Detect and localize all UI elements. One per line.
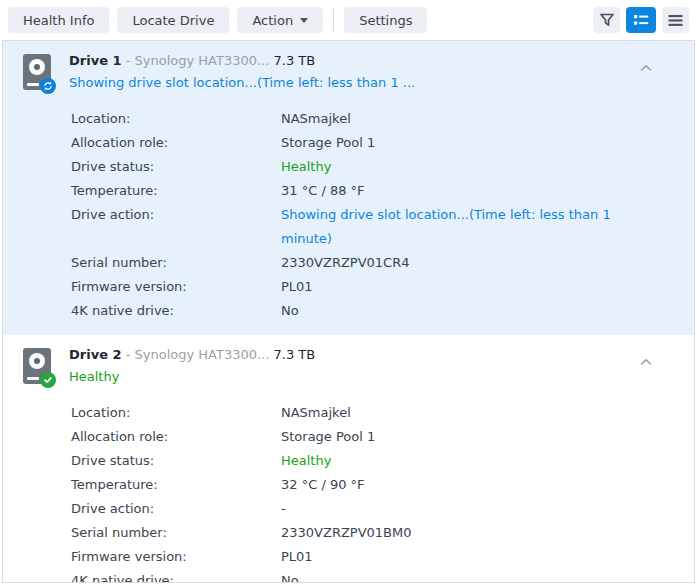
hard-drive-icon	[23, 54, 51, 91]
action-menu-button[interactable]: Action	[237, 7, 323, 33]
detail-value: NASmajkel	[281, 401, 351, 425]
detail-value: 31 °C / 88 °F	[281, 179, 365, 203]
filter-button[interactable]	[593, 7, 620, 33]
toolbar: Health Info Locate Drive Action Settings	[0, 0, 697, 40]
detail-value: 2330VZRZPV01BM0	[281, 521, 412, 545]
detail-row: Temperature:32 °C / 90 °F	[71, 473, 678, 497]
detail-row: Drive status:Healthy	[71, 155, 678, 179]
drive-model: - Synology HAT3300...	[126, 53, 270, 68]
detail-label: Location:	[71, 107, 281, 131]
toolbar-right-group	[593, 7, 689, 33]
detail-value: PL01	[281, 545, 313, 569]
list-view-icon	[633, 13, 649, 27]
detail-row: Allocation role:Storage Pool 1	[71, 131, 678, 155]
drive-size: 7.3 TB	[274, 347, 316, 362]
detail-label: Serial number:	[71, 521, 281, 545]
health-info-label: Health Info	[23, 13, 94, 28]
detail-row: Location:NASmajkel	[71, 401, 678, 425]
action-label: Action	[252, 13, 293, 28]
detail-label: Drive status:	[71, 449, 281, 473]
detail-label: Drive action:	[71, 497, 281, 521]
drive-header: Drive 1 - Synology HAT3300... 7.3 TB Sho…	[23, 51, 678, 93]
drive-status-line: Healthy	[69, 366, 640, 387]
detail-value: Healthy	[281, 155, 331, 179]
detail-value: -	[281, 497, 286, 521]
detail-row: Drive action:Showing drive slot location…	[71, 203, 678, 251]
settings-label: Settings	[359, 13, 412, 28]
locate-drive-label: Locate Drive	[132, 13, 214, 28]
detail-value: Storage Pool 1	[281, 131, 375, 155]
detail-value: 32 °C / 90 °F	[281, 473, 365, 497]
detail-label: 4K native drive:	[71, 569, 281, 583]
detail-label: Serial number:	[71, 251, 281, 275]
drive-details: Location:NASmajkelAllocation role:Storag…	[71, 107, 678, 323]
detail-label: Firmware version:	[71, 545, 281, 569]
drive-details: Location:NASmajkelAllocation role:Storag…	[71, 401, 678, 583]
detail-row: Serial number:2330VZRZPV01BM0	[71, 521, 678, 545]
detail-label: Location:	[71, 401, 281, 425]
drive-name: Drive 1	[69, 53, 122, 68]
detail-label: Allocation role:	[71, 131, 281, 155]
detail-value: No	[281, 299, 299, 323]
collapse-chevron-icon[interactable]	[640, 60, 652, 75]
detail-row: 4K native drive:No	[71, 299, 678, 323]
drive-titles: Drive 1 - Synology HAT3300... 7.3 TB Sho…	[69, 51, 640, 93]
detail-label: 4K native drive:	[71, 299, 281, 323]
detail-row: 4K native drive:No	[71, 569, 678, 583]
detail-row: Serial number:2330VZRZPV01CR4	[71, 251, 678, 275]
drive-title-line: Drive 2 - Synology HAT3300... 7.3 TB	[69, 346, 640, 364]
collapse-chevron-icon[interactable]	[640, 354, 652, 369]
health-info-button[interactable]: Health Info	[8, 7, 109, 33]
detail-row: Allocation role:Storage Pool 1	[71, 425, 678, 449]
drive-section-drive-1[interactable]: Drive 1 - Synology HAT3300... 7.3 TB Sho…	[3, 41, 694, 335]
detail-value: Storage Pool 1	[281, 425, 375, 449]
list-view-button[interactable]	[626, 7, 656, 33]
sync-badge-icon	[40, 78, 56, 94]
detail-label: Temperature:	[71, 473, 281, 497]
drive-size: 7.3 TB	[274, 53, 316, 68]
drive-title-line: Drive 1 - Synology HAT3300... 7.3 TB	[69, 52, 640, 70]
drive-header: Drive 2 - Synology HAT3300... 7.3 TB Hea…	[23, 345, 678, 387]
detail-label: Drive status:	[71, 155, 281, 179]
menu-icon	[668, 14, 683, 27]
drive-status-line: Showing drive slot location...(Time left…	[69, 72, 640, 93]
drive-titles: Drive 2 - Synology HAT3300... 7.3 TB Hea…	[69, 345, 640, 387]
detail-value: PL01	[281, 275, 313, 299]
drive-section-drive-2[interactable]: Drive 2 - Synology HAT3300... 7.3 TB Hea…	[3, 335, 694, 583]
detail-label: Allocation role:	[71, 425, 281, 449]
filter-icon	[599, 12, 615, 28]
healthy-badge-icon	[40, 372, 56, 388]
caret-down-icon	[300, 18, 308, 23]
detail-label: Firmware version:	[71, 275, 281, 299]
drive-list-panel: Drive 1 - Synology HAT3300... 7.3 TB Sho…	[2, 40, 695, 583]
settings-button[interactable]: Settings	[344, 7, 427, 33]
hard-drive-icon	[23, 348, 51, 385]
detail-row: Drive status:Healthy	[71, 449, 678, 473]
drive-name: Drive 2	[69, 347, 122, 362]
detail-label: Drive action:	[71, 203, 281, 251]
menu-button[interactable]	[662, 7, 689, 33]
locate-drive-button[interactable]: Locate Drive	[117, 7, 229, 33]
detail-row: Temperature:31 °C / 88 °F	[71, 179, 678, 203]
detail-row: Location:NASmajkel	[71, 107, 678, 131]
toolbar-separator	[333, 9, 334, 31]
detail-value: 2330VZRZPV01CR4	[281, 251, 409, 275]
drive-model: - Synology HAT3300...	[126, 347, 270, 362]
detail-row: Drive action:-	[71, 497, 678, 521]
detail-value: Healthy	[281, 449, 331, 473]
detail-value: No	[281, 569, 299, 583]
detail-row: Firmware version:PL01	[71, 545, 678, 569]
detail-label: Temperature:	[71, 179, 281, 203]
detail-value: Showing drive slot location...(Time left…	[281, 203, 633, 251]
detail-value: NASmajkel	[281, 107, 351, 131]
toolbar-left-group: Health Info Locate Drive Action Settings	[8, 7, 427, 33]
detail-row: Firmware version:PL01	[71, 275, 678, 299]
